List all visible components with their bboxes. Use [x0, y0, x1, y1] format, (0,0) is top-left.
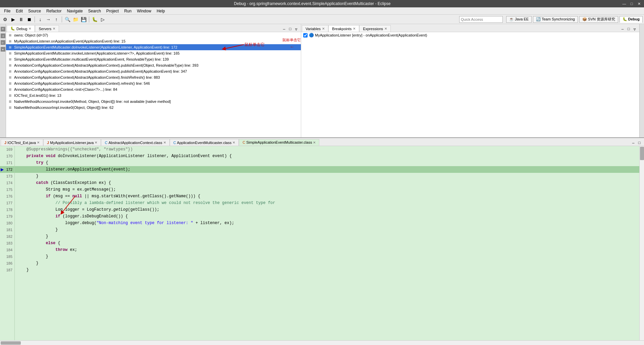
toolbar-step-return[interactable]: ↑ — [53, 16, 60, 23]
toolbar-btn-7[interactable]: 💾 — [80, 16, 87, 23]
quick-access-input[interactable] — [461, 17, 501, 21]
toolbar-btn-8[interactable]: 🐛 — [91, 16, 98, 23]
toolbar-btn-6[interactable]: 📁 — [72, 16, 79, 23]
right-panel-controls: — □ ▽ — [620, 26, 637, 32]
tab-close-ioctest[interactable]: ✕ — [37, 141, 40, 144]
menu-run[interactable]: Run — [121, 8, 134, 14]
tab-servers[interactable]: Servers ✕ — [35, 25, 59, 32]
tab-variables[interactable]: Variables ✕ — [302, 25, 328, 32]
toolbar-btn-3[interactable]: ⏸ — [17, 16, 25, 23]
stack-icon-7: ≡ — [7, 75, 13, 80]
stack-row-5[interactable]: ≡ AnnotationConfigApplicationContext(Abs… — [6, 62, 301, 68]
tab-close-abstractctx[interactable]: ✕ — [163, 141, 166, 144]
menu-source[interactable]: Source — [25, 8, 44, 14]
editor-tab-multicaster-iface[interactable]: C ApplicationEventMulticaster.class ✕ — [170, 139, 239, 146]
toolbar-btn-4[interactable]: ⏹ — [25, 16, 33, 23]
right-view-menu-btn[interactable]: ▽ — [632, 26, 637, 32]
perspective-svn[interactable]: 📦 SVN 资源库研究 — [579, 16, 618, 23]
stack-row-3[interactable]: ≡ SimpleApplicationEventMulticaster.invo… — [6, 50, 301, 56]
toolbar-btn-1[interactable]: ⚙ — [1, 16, 9, 23]
perspective-debug[interactable]: 🐛 Debug — [620, 16, 643, 23]
stack-row-0[interactable]: ≡ owns: Object (id=37) — [6, 32, 301, 38]
tab-close-simple-multicaster[interactable]: ✕ — [313, 141, 316, 144]
code-content[interactable]: @SuppressWarnings({"unchecked", "rawtype… — [15, 146, 639, 340]
editor-minimize-btn[interactable]: — — [631, 140, 636, 146]
view-menu-btn[interactable]: ▽ — [293, 26, 299, 32]
perspective-buttons: ☕ Java EE 🔄 Team Synchronizing 📦 SVN 资源库… — [506, 16, 643, 23]
editor-tab-mylistener[interactable]: J MyApplicationListener.java ✕ — [43, 139, 101, 146]
tab-expressions[interactable]: Expressions ✕ — [359, 25, 391, 32]
stack-row-10[interactable]: ≡ IOCTest_Ext.test01() line: 13 — [6, 92, 301, 98]
editor-maximize-btn[interactable]: □ — [637, 140, 642, 146]
stack-row-12[interactable]: ≡ NativeMethodAccessorImpl.invoke0(Objec… — [6, 105, 301, 111]
menu-window[interactable]: Window — [134, 8, 154, 14]
expressions-tab-close[interactable]: ✕ — [384, 27, 387, 30]
stack-text-7: AnnotationConfigApplicationContext(Abstr… — [14, 75, 160, 79]
tab-label-mylistener: MyApplicationListener.java — [50, 141, 94, 145]
perspective-team-sync[interactable]: 🔄 Team Synchronizing — [533, 16, 578, 23]
tab-breakpoints[interactable]: Breakpoints ✕ — [328, 25, 359, 32]
tab-label-ioctest: IOCTest_Ext.java — [7, 141, 36, 145]
perspective-java-ee[interactable]: ☕ Java EE — [506, 16, 532, 23]
scroll-thumb[interactable] — [640, 147, 644, 160]
tab-close-multicaster-iface[interactable]: ✕ — [232, 141, 235, 144]
toolbar-step-into[interactable]: ↓ — [37, 16, 44, 23]
stack-text-9: AnnotationConfigApplicationContext.<init… — [14, 87, 117, 91]
debug-tab-close[interactable]: ✕ — [29, 27, 31, 30]
bp-checkbox-0[interactable] — [303, 33, 308, 38]
editor-tab-simple-multicaster[interactable]: C SimpleApplicationEventMulticaster.clas… — [239, 139, 319, 146]
menu-project[interactable]: Project — [104, 8, 121, 14]
toolbar-btn-5[interactable]: 🔍 — [64, 16, 71, 23]
minimize-panel-btn[interactable]: — — [281, 26, 287, 32]
servers-tab-close[interactable]: ✕ — [53, 27, 55, 30]
toolbar: ⚙ ▶ ⏸ ⏹ ↓ → ↑ 🔍 📁 💾 🐛 ▷ ☕ Java EE 🔄 Team… — [0, 15, 644, 24]
line-num-186: 186 — [0, 260, 14, 267]
right-maximize-btn[interactable]: □ — [626, 26, 631, 32]
maximize-button[interactable]: □ — [629, 1, 634, 6]
stack-row-1[interactable]: ≡ MyApplicationListener.onApplicationEve… — [6, 38, 301, 44]
stack-text-3: SimpleApplicationEventMulticaster.invoke… — [14, 51, 179, 55]
stack-row-2[interactable]: ≡ SimpleApplicationEventMulticaster.doIn… — [6, 44, 301, 50]
left-sidebar-icon-4[interactable]: ★ — [1, 47, 5, 52]
breakpoints-tab-close[interactable]: ✕ — [353, 27, 356, 30]
menu-refactor[interactable]: Refactor — [44, 8, 64, 14]
hscroll-thumb[interactable] — [1, 341, 21, 345]
left-sidebar-icon-3[interactable]: ▷ — [1, 40, 5, 45]
stack-row-9[interactable]: ≡ AnnotationConfigApplicationContext.<in… — [6, 86, 301, 92]
menu-navigate[interactable]: Navigate — [64, 8, 85, 14]
breakpoint-row-0[interactable]: 🔵 MyApplicationListener [entry] - onAppl… — [301, 32, 639, 38]
line-num-175: 175 — [0, 186, 14, 193]
menu-search[interactable]: Search — [86, 8, 104, 14]
tab-label-multicaster-iface: ApplicationEventMulticaster.class — [177, 141, 232, 145]
code-hscrollbar[interactable] — [0, 340, 644, 345]
stack-text-8: AnnotationConfigApplicationContext(Abstr… — [14, 81, 150, 85]
stack-row-8[interactable]: ≡ AnnotationConfigApplicationContext(Abs… — [6, 80, 301, 86]
stack-icon-9: ≡ — [7, 87, 13, 92]
code-scrollbar[interactable] — [639, 146, 644, 340]
menu-edit[interactable]: Edit — [13, 8, 25, 14]
toolbar-btn-9[interactable]: ▷ — [99, 16, 106, 23]
left-sidebar-icon-1[interactable]: ≡ — [1, 27, 5, 31]
editor-tab-abstractctx[interactable]: C AbstractApplicationContext.class ✕ — [101, 139, 169, 146]
tab-debug[interactable]: 🐛 Debug ✕ — [7, 25, 35, 32]
left-sidebar-icon-2[interactable]: ◁ — [1, 33, 5, 38]
menu-help[interactable]: Help — [154, 8, 168, 14]
close-button[interactable]: ✕ — [637, 1, 641, 6]
variables-tab-close[interactable]: ✕ — [322, 27, 325, 30]
toolbar-btn-2[interactable]: ▶ — [9, 16, 17, 23]
tab-close-mylistener[interactable]: ✕ — [95, 141, 97, 144]
tab-label-simple-multicaster: SimpleApplicationEventMulticaster.class — [246, 140, 312, 144]
stack-row-7[interactable]: ≡ AnnotationConfigApplicationContext(Abs… — [6, 74, 301, 80]
line-num-171: 171 — [0, 159, 14, 166]
stack-row-6[interactable]: ≡ AnnotationConfigApplicationContext(Abs… — [6, 68, 301, 74]
stack-row-4[interactable]: ≡ SimpleApplicationEventMulticaster.mult… — [6, 56, 301, 62]
thin-right-sidebar — [639, 24, 644, 137]
stack-row-11[interactable]: ≡ NativeMethodAccessorImpl.invoke0(Metho… — [6, 98, 301, 105]
minimize-button[interactable]: — — [622, 1, 627, 6]
toolbar-step-over[interactable]: → — [45, 16, 52, 23]
maximize-panel-btn[interactable]: □ — [287, 26, 293, 32]
right-minimize-btn[interactable]: — — [620, 26, 625, 32]
menu-file[interactable]: File — [1, 8, 13, 14]
title-bar: Debug - org.springframework.context.even… — [0, 0, 644, 7]
editor-tab-ioctest[interactable]: J IOCTest_Ext.java ✕ — [1, 139, 43, 146]
